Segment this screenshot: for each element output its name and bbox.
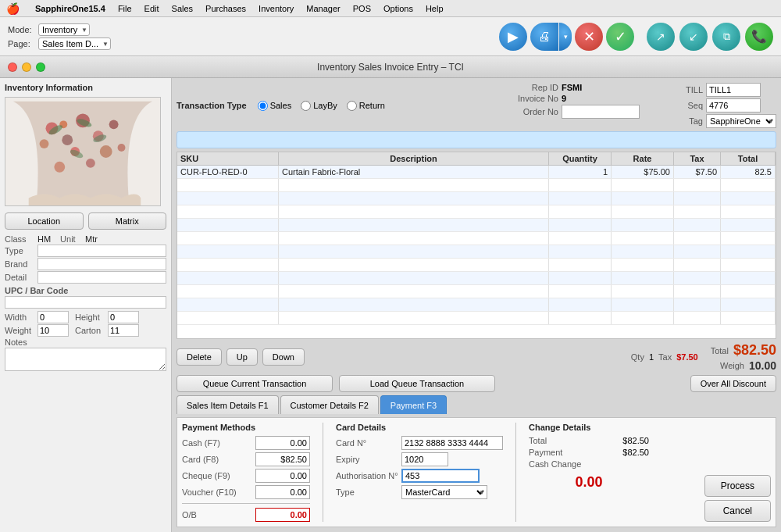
play-button[interactable]: ▶ xyxy=(499,23,527,51)
qty-value: 1 xyxy=(649,352,654,362)
page-select[interactable]: Sales Item D... xyxy=(38,37,111,50)
td-tax: $7.50 xyxy=(674,166,721,178)
table-row[interactable]: CUR-FLO-RED-0 Curtain Fabric-Floral 1 $7… xyxy=(177,166,776,179)
col-sku: SKU xyxy=(177,152,279,165)
menu-edit[interactable]: Edit xyxy=(144,4,159,13)
table-row[interactable] xyxy=(177,259,776,272)
load-queue-button[interactable]: Load Queue Transaction xyxy=(339,375,495,392)
up-button[interactable]: Up xyxy=(226,348,258,366)
phone-button[interactable]: 📞 xyxy=(745,23,773,51)
table-row[interactable] xyxy=(177,312,776,325)
tab-sales-item[interactable]: Sales Item Details F1 xyxy=(177,395,279,414)
tag-select[interactable]: SapphireOne xyxy=(706,114,776,128)
brand-input[interactable] xyxy=(37,258,166,270)
weight-label: Weight xyxy=(5,326,34,335)
order-label: Order No xyxy=(508,107,558,116)
upc-input[interactable] xyxy=(5,296,166,309)
notes-textarea[interactable] xyxy=(5,348,166,371)
weight-input[interactable] xyxy=(37,324,69,337)
maximize-button[interactable] xyxy=(36,62,45,72)
table-row[interactable] xyxy=(177,219,776,232)
table-row[interactable] xyxy=(177,285,776,298)
card-no-input[interactable] xyxy=(401,436,503,450)
menu-manager[interactable]: Manager xyxy=(306,4,340,13)
page-row: Page: Sales Item D... xyxy=(8,37,111,50)
type-input[interactable] xyxy=(37,245,166,257)
radio-sales[interactable]: Sales xyxy=(258,101,292,111)
order-row: Order No xyxy=(508,105,640,119)
expiry-input[interactable] xyxy=(401,452,448,466)
till-input[interactable] xyxy=(706,83,761,97)
right-panel: Transaction Type Sales LayBy Return xyxy=(172,78,781,532)
menu-purchases[interactable]: Purchases xyxy=(205,4,246,13)
table-row[interactable] xyxy=(177,245,776,259)
seq-input[interactable] xyxy=(706,98,761,112)
process-button[interactable]: Process xyxy=(704,475,771,497)
weight-row: Weight Carton xyxy=(5,324,166,337)
cancel-x-button[interactable]: ✕ xyxy=(575,23,603,51)
radio-return[interactable]: Return xyxy=(347,101,385,111)
divider-2 xyxy=(515,423,516,522)
total-label: Total xyxy=(711,346,729,355)
height-input[interactable] xyxy=(108,311,139,323)
menu-file[interactable]: File xyxy=(118,4,132,13)
matrix-button[interactable]: Matrix xyxy=(88,212,167,230)
delete-button[interactable]: Delete xyxy=(177,348,222,366)
clone-button[interactable]: ⧉ xyxy=(712,23,740,51)
minimize-button[interactable] xyxy=(22,62,31,72)
td-quantity: 1 xyxy=(549,166,612,178)
detail-input[interactable] xyxy=(37,271,166,284)
menu-help[interactable]: Help xyxy=(426,4,444,13)
till-group: TILL Seq Tag SapphireOne xyxy=(652,83,776,128)
confirm-button[interactable]: ✓ xyxy=(606,23,634,51)
print-button[interactable]: 🖨 xyxy=(530,23,558,51)
close-button[interactable] xyxy=(8,62,17,72)
table-row[interactable] xyxy=(177,192,776,205)
table-row[interactable] xyxy=(177,205,776,219)
carton-input[interactable] xyxy=(108,324,139,337)
table-row[interactable] xyxy=(177,232,776,245)
location-button[interactable]: Location xyxy=(5,212,84,230)
menu-pos[interactable]: POS xyxy=(353,4,371,13)
table-row[interactable] xyxy=(177,272,776,285)
type-row: Type xyxy=(5,245,166,257)
queue-current-button[interactable]: Queue Current Transaction xyxy=(177,375,333,392)
voucher-input[interactable] xyxy=(255,485,310,499)
notes-label: Notes xyxy=(5,337,34,347)
cancel-button[interactable]: Cancel xyxy=(704,500,771,522)
repid-row: Rep ID FSMI xyxy=(508,83,640,92)
order-input[interactable] xyxy=(562,105,640,119)
table-row[interactable] xyxy=(177,179,776,192)
customer-search-bar[interactable] xyxy=(177,131,776,148)
ob-input[interactable] xyxy=(255,508,310,522)
down-button[interactable]: Down xyxy=(262,348,305,366)
tab-customer[interactable]: Customer Details F2 xyxy=(280,395,379,414)
table-row[interactable] xyxy=(177,298,776,312)
import-button[interactable]: ↙ xyxy=(679,23,708,51)
invoice-table: SKU Description Quantity Rate Tax Total … xyxy=(177,152,776,339)
menu-inventory[interactable]: Inventory xyxy=(259,4,294,13)
tab-payment[interactable]: Payment F3 xyxy=(380,395,447,414)
payment-methods-col: Payment Methods Cash (F7) Card (F8) Cheq… xyxy=(182,423,310,522)
width-input[interactable] xyxy=(37,311,69,323)
repid-label: Rep ID xyxy=(508,83,558,92)
card-type-select[interactable]: MasterCard Visa Amex xyxy=(401,485,487,499)
print-dropdown-arrow[interactable]: ▾ xyxy=(559,23,572,51)
radio-layby[interactable]: LayBy xyxy=(301,101,337,111)
auth-input[interactable] xyxy=(401,469,480,483)
card-pay-input[interactable] xyxy=(255,452,310,466)
cheque-label: Cheque (F9) xyxy=(182,471,252,480)
cheque-input[interactable] xyxy=(255,469,310,483)
overall-discount-button[interactable]: Over All Discount xyxy=(690,375,776,392)
process-cancel-col: Process Cancel xyxy=(704,423,771,522)
tag-select-wrapper: SapphireOne xyxy=(706,114,776,128)
menu-options[interactable]: Options xyxy=(383,4,413,13)
menubar: 🍎 SapphireOne15.4 File Edit Sales Purcha… xyxy=(0,0,781,17)
bottom-action-right: Qty 1 Tax $7.50 Total $82.50 Weigh 10.00 xyxy=(631,342,776,372)
cash-input[interactable] xyxy=(255,436,310,450)
menu-sales[interactable]: Sales xyxy=(172,4,194,13)
table-body: CUR-FLO-RED-0 Curtain Fabric-Floral 1 $7… xyxy=(177,166,776,325)
export-button[interactable]: ↗ xyxy=(647,23,675,51)
td-description: Curtain Fabric-Floral xyxy=(279,166,549,178)
mode-select[interactable]: Inventory xyxy=(38,23,90,36)
